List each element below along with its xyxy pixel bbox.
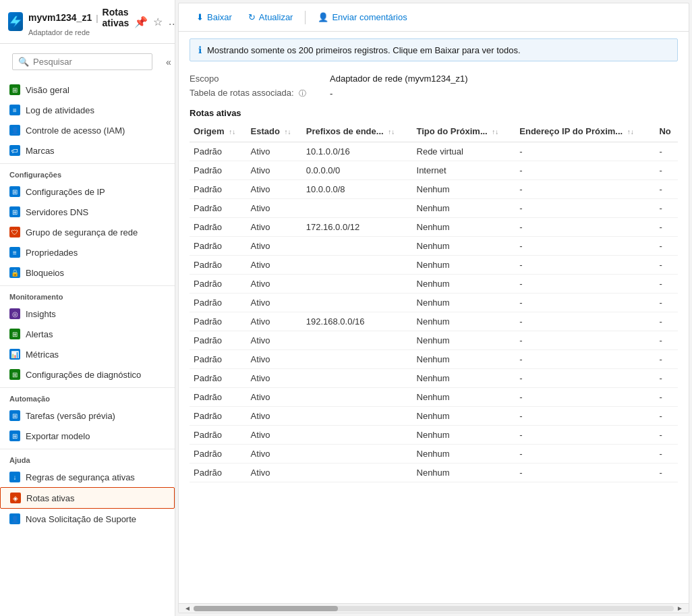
cell-no-6: - <box>655 256 678 275</box>
cell-tipo_proximo-14: Nenhum <box>413 407 516 426</box>
sidebar-item-propriedades[interactable]: ≡ Propriedades <box>0 242 175 262</box>
scope-value: Adaptador de rede (myvm1234_z1) <box>330 74 468 84</box>
sidebar-item-marcas[interactable]: 🏷 Marcas <box>0 140 175 161</box>
route-table-info-icon[interactable]: ⓘ <box>299 89 306 97</box>
sidebar-item-servidores-dns[interactable]: ⊞ Servidores DNS <box>0 202 175 222</box>
sidebar-item-log-atividades[interactable]: ≡ Log de atividades <box>0 100 175 120</box>
cell-no-8: - <box>655 293 678 312</box>
table-row[interactable]: PadrãoAtivoNenhum-- <box>190 426 678 445</box>
col-no[interactable]: No <box>655 121 678 142</box>
col-origem[interactable]: Origem ↑↓ <box>190 121 247 142</box>
collapse-button[interactable]: « <box>162 57 175 67</box>
sidebar: myvm1234_z1 | Rotas ativas Adaptador de … <box>0 0 175 616</box>
sidebar-item-insights[interactable]: ◎ Insights <box>0 304 175 324</box>
table-row[interactable]: PadrãoAtivoNenhum-- <box>190 388 678 407</box>
cell-endereco_proximo-3: - <box>515 199 655 218</box>
sidebar-item-config-diagnostico[interactable]: ⊞ Configurações de diagnóstico <box>0 364 175 385</box>
scrollbar-thumb[interactable] <box>194 606 338 611</box>
cell-estado-1: Ativo <box>247 161 302 180</box>
sidebar-item-nova-solicitacao[interactable]: 👤 Nova Solicitação de Suporte <box>0 509 175 529</box>
cell-prefixos-8 <box>302 293 413 312</box>
table-row[interactable]: PadrãoAtivo192.168.0.0/16Nenhum-- <box>190 312 678 331</box>
baixar-button[interactable]: ⬇ Baixar <box>190 9 239 26</box>
cell-tipo_proximo-8: Nenhum <box>413 293 516 312</box>
table-row[interactable]: PadrãoAtivoNenhum-- <box>190 350 678 369</box>
nav-icon-controle-acesso: 👤 <box>9 125 20 136</box>
col-endereco-proximo[interactable]: Endereço IP do Próxim... ↑↓ <box>515 121 655 142</box>
section-label-ajuda: Ajuda <box>0 449 175 467</box>
sidebar-item-visao-geral[interactable]: ⊞ Visão geral <box>0 80 175 100</box>
nav-label-metricas: Métricas <box>26 349 59 360</box>
nav-sections: Configurações⊞ Configurações de IP⊞ Serv… <box>0 161 175 529</box>
sort-endereco-icon: ↑↓ <box>627 128 634 136</box>
sidebar-item-grupo-seguranca[interactable]: 🛡 Grupo de segurança de rede <box>0 222 175 242</box>
cell-prefixos-3 <box>302 199 413 218</box>
table-row[interactable]: PadrãoAtivoNenhum-- <box>190 407 678 426</box>
sidebar-item-tarefas[interactable]: ⊞ Tarefas (versão prévia) <box>0 405 175 426</box>
cell-endereco_proximo-0: - <box>515 142 655 161</box>
table-row[interactable]: PadrãoAtivoNenhum-- <box>190 237 678 256</box>
table-row[interactable]: PadrãoAtivo10.0.0.0/8Nenhum-- <box>190 180 678 199</box>
table-row[interactable]: PadrãoAtivoNenhum-- <box>190 464 678 482</box>
cell-estado-17: Ativo <box>247 464 302 482</box>
sort-tipo-icon: ↑↓ <box>492 128 498 136</box>
horizontal-scrollbar[interactable]: ◄ ► <box>179 603 689 613</box>
table-row[interactable]: PadrãoAtivoNenhum-- <box>190 293 678 312</box>
scroll-left-arrow[interactable]: ◄ <box>181 605 194 612</box>
table-row[interactable]: PadrãoAtivoNenhum-- <box>190 445 678 464</box>
table-row[interactable]: PadrãoAtivoNenhum-- <box>190 369 678 388</box>
cell-origem-12: Padrão <box>190 369 247 388</box>
more-icon[interactable]: … <box>168 16 175 28</box>
scrollbar-track[interactable] <box>194 606 674 611</box>
cell-prefixos-10 <box>302 331 413 350</box>
table-row[interactable]: PadrãoAtivoNenhum-- <box>190 331 678 350</box>
cell-prefixos-1: 0.0.0.0/0 <box>302 161 413 180</box>
table-row[interactable]: PadrãoAtivoNenhum-- <box>190 199 678 218</box>
nav-icon-metricas: 📊 <box>9 349 20 360</box>
info-icon: ℹ <box>198 45 202 55</box>
cell-tipo_proximo-1: Internet <box>413 161 516 180</box>
routes-table-container[interactable]: Origem ↑↓ Estado ↑↓ Prefixos de ende... … <box>179 121 689 603</box>
table-row[interactable]: PadrãoAtivoNenhum-- <box>190 256 678 275</box>
resource-title: myvm1234_z1 <box>28 12 92 23</box>
sidebar-item-regras-seguranca[interactable]: ↓ Regras de segurança ativas <box>0 467 175 487</box>
scroll-right-arrow[interactable]: ► <box>674 605 686 612</box>
atualizar-button[interactable]: ↻ Atualizar <box>241 9 300 26</box>
cell-prefixos-6 <box>302 256 413 275</box>
table-body: PadrãoAtivo10.1.0.0/16Rede virtual--Padr… <box>190 142 678 482</box>
sidebar-item-alertas[interactable]: ⊞ Alertas <box>0 324 175 344</box>
star-icon[interactable]: ☆ <box>153 16 163 28</box>
search-input[interactable] <box>33 57 146 67</box>
enviar-button[interactable]: 👤 Enviar comentários <box>311 9 413 26</box>
cell-tipo_proximo-11: Nenhum <box>413 350 516 369</box>
table-row[interactable]: PadrãoAtivo0.0.0.0/0Internet-- <box>190 161 678 180</box>
table-row[interactable]: PadrãoAtivo10.1.0.0/16Rede virtual-- <box>190 142 678 161</box>
pin-icon[interactable]: 📌 <box>134 16 148 28</box>
cell-no-16: - <box>655 445 678 464</box>
table-row[interactable]: PadrãoAtivo172.16.0.0/12Nenhum-- <box>190 218 678 237</box>
sidebar-item-rotas-ativas[interactable]: ◈ Rotas ativas <box>0 487 175 509</box>
enviar-label: Enviar comentários <box>332 12 407 22</box>
search-box[interactable]: 🔍 <box>12 53 152 70</box>
col-prefixos[interactable]: Prefixos de ende... ↑↓ <box>302 121 413 142</box>
cell-tipo_proximo-6: Nenhum <box>413 256 516 275</box>
sidebar-item-controle-acesso[interactable]: 👤 Controle de acesso (IAM) <box>0 120 175 140</box>
cell-no-1: - <box>655 161 678 180</box>
nav-icon-servidores-dns: ⊞ <box>9 206 20 217</box>
sidebar-item-config-ip[interactable]: ⊞ Configurações de IP <box>0 181 175 202</box>
sidebar-item-metricas[interactable]: 📊 Métricas <box>0 344 175 364</box>
cell-endereco_proximo-11: - <box>515 350 655 369</box>
cell-endereco_proximo-15: - <box>515 426 655 445</box>
sort-prefixos-icon: ↑↓ <box>388 128 395 136</box>
nav-label-alertas: Alertas <box>26 329 53 339</box>
table-row[interactable]: PadrãoAtivoNenhum-- <box>190 275 678 293</box>
nav-label-rotas-ativas: Rotas ativas <box>26 493 75 503</box>
sidebar-item-bloqueios[interactable]: 🔒 Bloqueios <box>0 262 175 283</box>
baixar-label: Baixar <box>207 12 232 22</box>
sidebar-item-exportar-modelo[interactable]: ⊞ Exportar modelo <box>0 426 175 446</box>
nav-icon-bloqueios: 🔒 <box>9 267 20 278</box>
cell-prefixos-12 <box>302 369 413 388</box>
col-tipo-proximo[interactable]: Tipo do Próxim... ↑↓ <box>413 121 516 142</box>
col-estado[interactable]: Estado ↑↓ <box>247 121 302 142</box>
cell-no-14: - <box>655 407 678 426</box>
